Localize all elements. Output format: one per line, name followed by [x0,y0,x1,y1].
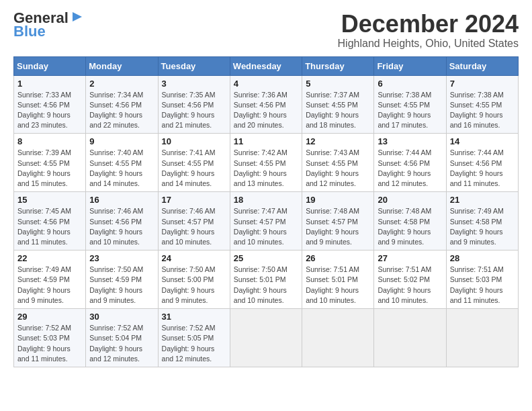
day-detail: Sunrise: 7:41 AMSunset: 4:55 PMDaylight:… [162,148,226,189]
day-detail: Sunrise: 7:38 AMSunset: 4:55 PMDaylight:… [378,90,442,131]
day-number: 4 [234,79,298,89]
day-number: 7 [450,79,515,89]
calendar-cell [446,309,518,367]
day-number: 23 [89,253,154,263]
day-header-tuesday: Tuesday [158,56,230,75]
day-detail: Sunrise: 7:49 AMSunset: 4:59 PMDaylight:… [17,265,82,306]
calendar-cell: 5Sunrise: 7:37 AMSunset: 4:55 PMDaylight… [302,75,374,134]
day-header-friday: Friday [374,56,446,75]
calendar-week-row: 1Sunrise: 7:33 AMSunset: 4:56 PMDaylight… [14,75,519,134]
day-header-wednesday: Wednesday [230,56,302,75]
day-detail: Sunrise: 7:35 AMSunset: 4:56 PMDaylight:… [162,90,226,131]
day-number: 3 [162,79,226,89]
calendar-cell: 10Sunrise: 7:41 AMSunset: 4:55 PMDayligh… [158,134,230,192]
calendar-week-row: 29Sunrise: 7:52 AMSunset: 5:03 PMDayligh… [14,309,519,367]
day-header-thursday: Thursday [302,56,374,75]
day-number: 28 [450,253,515,263]
calendar-cell: 11Sunrise: 7:42 AMSunset: 4:55 PMDayligh… [230,134,302,192]
day-number: 11 [234,136,298,146]
calendar-cell: 21Sunrise: 7:49 AMSunset: 4:58 PMDayligh… [446,192,518,250]
calendar-cell: 27Sunrise: 7:51 AMSunset: 5:02 PMDayligh… [374,250,446,309]
day-detail: Sunrise: 7:48 AMSunset: 4:57 PMDaylight:… [306,206,370,247]
day-number: 25 [234,253,298,263]
logo: General Blue [13,11,85,40]
svg-marker-0 [73,12,82,21]
calendar-cell [230,309,302,367]
calendar-cell: 6Sunrise: 7:38 AMSunset: 4:55 PMDaylight… [374,75,446,134]
calendar-cell: 8Sunrise: 7:39 AMSunset: 4:55 PMDaylight… [14,134,86,192]
day-detail: Sunrise: 7:44 AMSunset: 4:56 PMDaylight:… [378,148,442,189]
day-detail: Sunrise: 7:38 AMSunset: 4:55 PMDaylight:… [450,90,515,131]
day-number: 22 [17,253,82,263]
calendar-cell: 2Sunrise: 7:34 AMSunset: 4:56 PMDaylight… [86,75,158,134]
day-number: 8 [17,136,82,146]
day-detail: Sunrise: 7:52 AMSunset: 5:03 PMDaylight:… [17,323,82,364]
title-area: December 2024 Highland Heights, Ohio, Un… [338,11,519,50]
day-number: 9 [89,136,154,146]
day-detail: Sunrise: 7:33 AMSunset: 4:56 PMDaylight:… [17,90,82,131]
day-number: 26 [306,253,370,263]
day-detail: Sunrise: 7:34 AMSunset: 4:56 PMDaylight:… [89,90,154,131]
calendar-cell: 16Sunrise: 7:46 AMSunset: 4:56 PMDayligh… [86,192,158,250]
calendar-cell: 7Sunrise: 7:38 AMSunset: 4:55 PMDaylight… [446,75,518,134]
calendar-week-row: 22Sunrise: 7:49 AMSunset: 4:59 PMDayligh… [14,250,519,309]
day-number: 19 [306,195,370,205]
calendar-week-row: 8Sunrise: 7:39 AMSunset: 4:55 PMDaylight… [14,134,519,192]
day-detail: Sunrise: 7:51 AMSunset: 5:01 PMDaylight:… [306,265,370,306]
day-number: 21 [450,195,515,205]
calendar-table: SundayMondayTuesdayWednesdayThursdayFrid… [13,56,519,367]
calendar-cell: 9Sunrise: 7:40 AMSunset: 4:55 PMDaylight… [86,134,158,192]
day-number: 18 [234,195,298,205]
day-detail: Sunrise: 7:52 AMSunset: 5:05 PMDaylight:… [162,323,226,364]
calendar-cell [302,309,374,367]
logo-blue-text: Blue [13,23,46,40]
calendar-cell [374,309,446,367]
day-detail: Sunrise: 7:46 AMSunset: 4:56 PMDaylight:… [89,206,154,247]
day-number: 12 [306,136,370,146]
calendar-cell: 20Sunrise: 7:48 AMSunset: 4:58 PMDayligh… [374,192,446,250]
day-number: 15 [17,195,82,205]
day-number: 20 [378,195,442,205]
day-number: 29 [17,312,82,322]
logo-arrow-icon [70,9,85,24]
calendar-cell: 22Sunrise: 7:49 AMSunset: 4:59 PMDayligh… [14,250,86,309]
day-number: 27 [378,253,442,263]
day-detail: Sunrise: 7:46 AMSunset: 4:57 PMDaylight:… [162,206,226,247]
calendar-cell: 19Sunrise: 7:48 AMSunset: 4:57 PMDayligh… [302,192,374,250]
day-detail: Sunrise: 7:51 AMSunset: 5:03 PMDaylight:… [450,265,515,306]
calendar-header-row: SundayMondayTuesdayWednesdayThursdayFrid… [14,56,519,75]
day-number: 24 [162,253,226,263]
day-detail: Sunrise: 7:49 AMSunset: 4:58 PMDaylight:… [450,206,515,247]
day-number: 6 [378,79,442,89]
calendar-cell: 30Sunrise: 7:52 AMSunset: 5:04 PMDayligh… [86,309,158,367]
day-number: 30 [89,312,154,322]
page-title: December 2024 [338,11,519,38]
page-subtitle: Highland Heights, Ohio, United States [338,38,519,50]
calendar-cell: 17Sunrise: 7:46 AMSunset: 4:57 PMDayligh… [158,192,230,250]
day-number: 2 [89,79,154,89]
calendar-cell: 12Sunrise: 7:43 AMSunset: 4:55 PMDayligh… [302,134,374,192]
calendar-cell: 15Sunrise: 7:45 AMSunset: 4:56 PMDayligh… [14,192,86,250]
day-detail: Sunrise: 7:36 AMSunset: 4:56 PMDaylight:… [234,90,298,131]
day-number: 14 [450,136,515,146]
day-number: 31 [162,312,226,322]
day-header-monday: Monday [86,56,158,75]
calendar-cell: 24Sunrise: 7:50 AMSunset: 5:00 PMDayligh… [158,250,230,309]
day-number: 17 [162,195,226,205]
calendar-cell: 13Sunrise: 7:44 AMSunset: 4:56 PMDayligh… [374,134,446,192]
day-detail: Sunrise: 7:40 AMSunset: 4:55 PMDaylight:… [89,148,154,189]
calendar-cell: 14Sunrise: 7:44 AMSunset: 4:56 PMDayligh… [446,134,518,192]
calendar-cell: 28Sunrise: 7:51 AMSunset: 5:03 PMDayligh… [446,250,518,309]
day-number: 1 [17,79,82,89]
day-number: 10 [162,136,226,146]
calendar-cell: 31Sunrise: 7:52 AMSunset: 5:05 PMDayligh… [158,309,230,367]
day-detail: Sunrise: 7:37 AMSunset: 4:55 PMDaylight:… [306,90,370,131]
day-number: 5 [306,79,370,89]
calendar-cell: 18Sunrise: 7:47 AMSunset: 4:57 PMDayligh… [230,192,302,250]
calendar-cell: 4Sunrise: 7:36 AMSunset: 4:56 PMDaylight… [230,75,302,134]
calendar-cell: 3Sunrise: 7:35 AMSunset: 4:56 PMDaylight… [158,75,230,134]
day-detail: Sunrise: 7:51 AMSunset: 5:02 PMDaylight:… [378,265,442,306]
calendar-cell: 1Sunrise: 7:33 AMSunset: 4:56 PMDaylight… [14,75,86,134]
calendar-cell: 25Sunrise: 7:50 AMSunset: 5:01 PMDayligh… [230,250,302,309]
day-number: 16 [89,195,154,205]
